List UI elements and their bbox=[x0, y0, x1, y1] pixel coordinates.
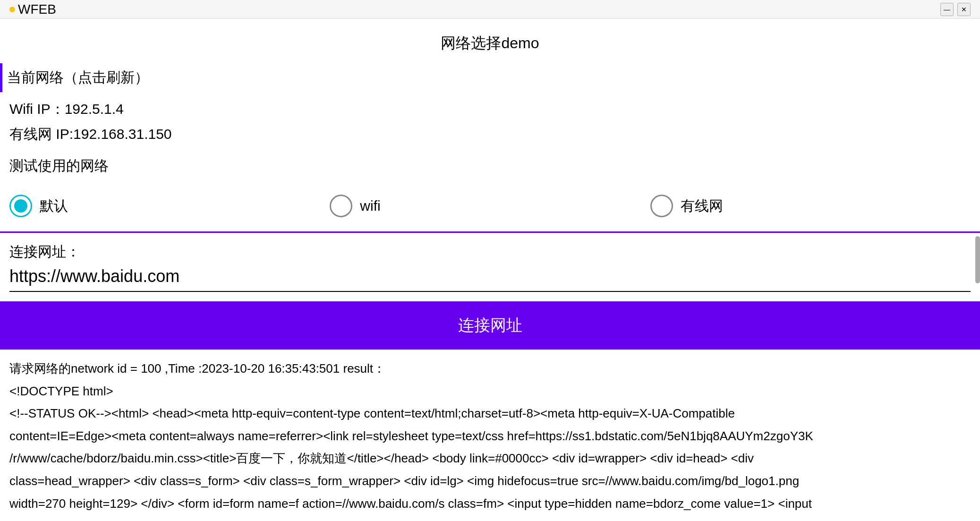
close-button[interactable]: ✕ bbox=[957, 3, 971, 16]
page-title: 网络选择demo bbox=[0, 19, 980, 63]
wifi-info: Wifi IP：192.5.1.4 bbox=[9, 97, 971, 122]
radio-circle-wifi bbox=[330, 195, 352, 217]
current-network-section: 当前网络（点击刷新） Wifi IP：192.5.1.4 有线网 IP:192.… bbox=[0, 63, 980, 180]
app-name: WFEB bbox=[18, 2, 56, 17]
minimize-button[interactable]: — bbox=[940, 3, 954, 16]
url-section: 连接网址： bbox=[0, 231, 980, 292]
radio-circle-wired bbox=[650, 195, 673, 217]
titlebar: WFEB — ✕ bbox=[0, 0, 980, 19]
result-line-2: <!DOCTYPE html> bbox=[9, 382, 971, 401]
radio-circle-default bbox=[9, 195, 32, 217]
url-input-wrapper bbox=[9, 266, 971, 292]
result-line-7: width=270 height=129> </div> <form id=fo… bbox=[9, 494, 971, 514]
result-area: 请求网络的network id = 100 ,Time :2023-10-20 … bbox=[0, 350, 980, 521]
radio-wifi[interactable]: wifi bbox=[330, 195, 650, 217]
wired-info: 有线网 IP:192.168.31.150 bbox=[9, 122, 971, 147]
result-line-1: 请求网络的network id = 100 ,Time :2023-10-20 … bbox=[9, 359, 971, 379]
url-input[interactable] bbox=[9, 266, 971, 286]
radio-label-wired: 有线网 bbox=[681, 196, 723, 216]
current-network-label[interactable]: 当前网络（点击刷新） bbox=[0, 63, 980, 92]
titlebar-controls: — ✕ bbox=[940, 3, 971, 16]
radio-wired[interactable]: 有线网 bbox=[650, 195, 971, 217]
result-line-3: <!--STATUS OK--><html> <head><meta http-… bbox=[9, 404, 971, 424]
radio-label-default: 默认 bbox=[40, 196, 68, 216]
connect-button[interactable]: 连接网址 bbox=[0, 301, 980, 350]
network-info: Wifi IP：192.5.1.4 有线网 IP:192.168.31.150 bbox=[0, 92, 980, 152]
result-line-4: content=IE=Edge><meta content=always nam… bbox=[9, 427, 971, 446]
network-radio-group: 默认 wifi 有线网 bbox=[0, 180, 980, 231]
titlebar-left: WFEB bbox=[9, 2, 56, 17]
radio-default[interactable]: 默认 bbox=[9, 195, 330, 217]
url-label: 连接网址： bbox=[9, 242, 971, 262]
titlebar-dot bbox=[9, 7, 15, 12]
result-line-5: /r/www/cache/bdorz/baidu.min.css><title>… bbox=[9, 449, 971, 469]
scrollbar[interactable] bbox=[975, 236, 980, 283]
radio-label-wifi: wifi bbox=[360, 198, 380, 214]
test-label: 测试使用的网络 bbox=[0, 152, 980, 180]
result-line-6: class=head_wrapper> <div class=s_form> <… bbox=[9, 471, 971, 491]
